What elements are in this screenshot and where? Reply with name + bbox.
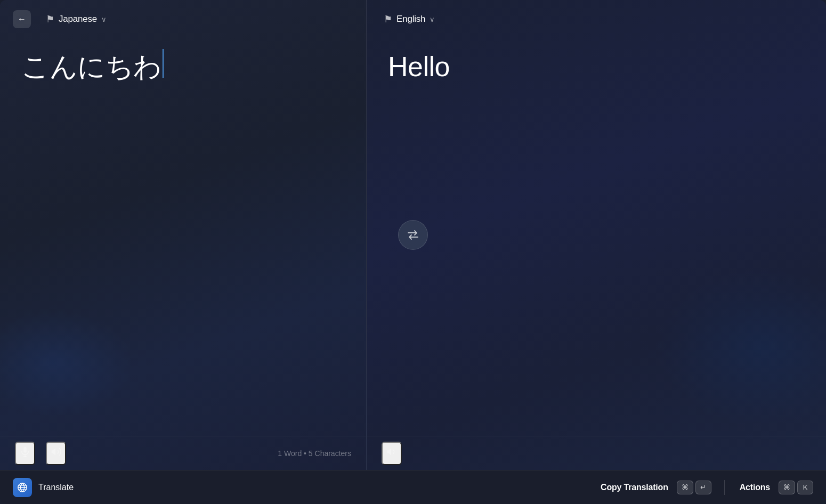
target-language-chevron-icon: ∨ (430, 15, 435, 23)
app-container: ← ⚑ Japanese ∨ こんにちわ (0, 0, 826, 504)
actions-cmd-key: ⌘ (779, 481, 795, 494)
back-icon: ← (18, 14, 26, 24)
left-panel: ← ⚑ Japanese ∨ こんにちわ (0, 0, 367, 470)
target-speak-button[interactable] (382, 442, 402, 465)
source-text-content: こんにちわ (21, 49, 161, 85)
svg-marker-4 (387, 448, 391, 455)
swap-languages-button[interactable] (398, 220, 428, 250)
target-flag-icon: ⚑ (384, 13, 392, 25)
actions-k-key: K (797, 481, 813, 494)
left-panel-footer: 1 Word • 5 Characters (0, 436, 366, 470)
word-count: 1 Word • 5 Characters (278, 449, 351, 458)
right-panel-header: ⚑ English ∨ (367, 0, 826, 38)
microphone-button[interactable] (15, 442, 35, 465)
source-flag-icon: ⚑ (46, 13, 54, 25)
target-text-content: Hello (388, 49, 805, 85)
source-language-chevron-icon: ∨ (101, 15, 107, 23)
swap-button-container (398, 220, 428, 250)
right-panel: ⚑ English ∨ Hello (367, 0, 826, 470)
source-text[interactable]: こんにちわ (21, 49, 345, 85)
source-speak-button[interactable] (46, 442, 66, 465)
app-icon (13, 478, 32, 497)
back-button[interactable]: ← (13, 10, 31, 28)
return-key: ↵ (695, 481, 711, 494)
svg-marker-3 (52, 448, 55, 455)
text-cursor (163, 49, 164, 78)
copy-translation-button[interactable]: Copy Translation (592, 478, 677, 497)
left-panel-header: ← ⚑ Japanese ∨ (0, 0, 366, 38)
status-bar-divider (724, 480, 725, 495)
source-text-area[interactable]: こんにちわ (0, 38, 366, 436)
svg-rect-0 (23, 446, 27, 452)
translation-area: ← ⚑ Japanese ∨ こんにちわ (0, 0, 826, 470)
swap-arrows-icon (407, 230, 419, 240)
target-text-area: Hello (367, 38, 826, 436)
source-language-selector[interactable]: ⚑ Japanese ∨ (42, 11, 111, 27)
status-bar: Translate Copy Translation ⌘ ↵ Actions ⌘… (0, 470, 826, 504)
status-bar-actions: Copy Translation ⌘ ↵ Actions ⌘ K (592, 478, 813, 497)
actions-shortcut: ⌘ K (779, 481, 813, 494)
copy-translation-shortcut: ⌘ ↵ (677, 481, 711, 494)
right-panel-footer (367, 436, 826, 470)
target-language-selector[interactable]: ⚑ English ∨ (379, 11, 439, 27)
source-language-name: Japanese (59, 14, 97, 25)
target-language-name: English (396, 14, 425, 25)
cmd-key: ⌘ (677, 481, 693, 494)
actions-button[interactable]: Actions (731, 478, 779, 497)
app-name: Translate (38, 483, 74, 492)
